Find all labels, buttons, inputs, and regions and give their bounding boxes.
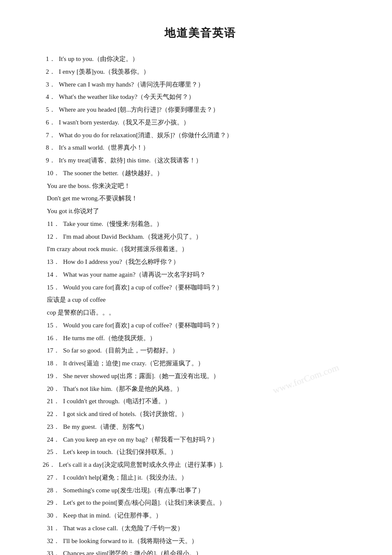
list-item: 23． Be my guest.（请便、别客气） bbox=[43, 421, 358, 433]
list-item: You got it.你说对了 bbox=[47, 205, 358, 217]
list-item: 33． Chances are slim[渺茫的；微小的].（机会很小。） bbox=[43, 548, 358, 555]
item-text: Can you keep an eye on my bag?（帮我看一下包好吗？… bbox=[63, 434, 218, 446]
list-item: 24． Can you keep an eye on my bag?（帮我看一下… bbox=[43, 434, 358, 446]
list-item: I'm crazy about rock music.（我对摇滚乐很着迷。） bbox=[47, 243, 358, 255]
item-text: Would you care for[喜欢] a cup of coffee?（… bbox=[63, 320, 223, 332]
item-number: 7． bbox=[43, 130, 59, 142]
item-number: 31． bbox=[43, 523, 63, 535]
item-number: 16． bbox=[43, 332, 63, 344]
list-item: 5． Where are you headed [朝...方向行进]?（你要到哪… bbox=[43, 104, 358, 116]
item-text: Be my guest.（请便、别客气） bbox=[63, 421, 148, 433]
item-number: 11． bbox=[43, 218, 63, 230]
item-number: 24． bbox=[43, 434, 63, 446]
item-text: The sooner the better.（越快越好。） bbox=[63, 168, 163, 179]
item-number: 26． bbox=[38, 459, 59, 471]
item-number: 25． bbox=[43, 446, 63, 458]
item-text: She never showed up[出席；露面].（她一直没有出现。） bbox=[63, 370, 219, 382]
item-text: It's my treat[请客、款待] this time.（这次我请客！） bbox=[59, 155, 202, 167]
list-item: 12． I'm mad about David Beckham.（我迷死小贝了。… bbox=[43, 231, 358, 243]
item-text: That's not like him.（那不象是他的风格。） bbox=[63, 383, 183, 395]
item-number: 21． bbox=[43, 396, 63, 408]
item-number: 33． bbox=[43, 548, 63, 555]
list-item: 29． Let's get to the point[要点/核心问题].（让我们… bbox=[43, 497, 358, 509]
item-text: Where can I wash my hands?（请问洗手间在哪里？） bbox=[59, 79, 204, 91]
list-item: 7． What do you do for relaxation[消遣、娱乐]?… bbox=[43, 130, 358, 142]
list-item: 13． How do I address you?（我怎么称呼你？） bbox=[43, 256, 358, 268]
list-item: 22． I got sick and tired of hotels.（我讨厌旅… bbox=[43, 408, 358, 420]
list-item: 4． What's the weather like today?（今天天气如何… bbox=[43, 91, 358, 103]
item-number: 2． bbox=[43, 66, 59, 78]
item-number: 9． bbox=[43, 155, 59, 167]
item-number: 15． bbox=[43, 320, 63, 332]
item-number: 28． bbox=[43, 485, 63, 497]
item-number: 3． bbox=[43, 79, 59, 91]
list-item: 18． It drives[逼迫；迫使] me crazy.（它把握逼疯了。） bbox=[43, 358, 358, 370]
list-item: 15． Would you care for[喜欢] a cup of coff… bbox=[43, 320, 358, 332]
list-item: 1． It's up to you.（由你决定。） bbox=[43, 53, 358, 65]
item-text: Take your time.（慢慢来/别着急。） bbox=[63, 218, 163, 230]
item-number: 18． bbox=[43, 358, 63, 370]
list-item: 17． So far so good.（目前为止，一切都好。） bbox=[43, 345, 358, 357]
item-number: 19． bbox=[43, 370, 63, 382]
item-number: 1． bbox=[43, 53, 59, 65]
item-number: 6． bbox=[43, 117, 59, 129]
item-number: 8． bbox=[43, 142, 59, 154]
content-area: 1． It's up to you.（由你决定。） 2． I envy [羡慕]… bbox=[43, 53, 358, 555]
item-number: 10． bbox=[43, 168, 63, 179]
list-item: 15． Would you care for[喜欢] a cup of coff… bbox=[43, 282, 358, 294]
item-number: 23． bbox=[43, 421, 63, 433]
item-text: Something's come up[发生/出现].（有点事/出事了） bbox=[63, 485, 204, 497]
item-number: 27． bbox=[43, 472, 63, 484]
list-item: 14． What was your name again?（请再说一次名字好吗？ bbox=[43, 269, 358, 281]
item-number: 12． bbox=[43, 231, 63, 243]
list-item: 2． I envy [羡慕]you.（我羡慕你。） bbox=[43, 66, 358, 78]
item-number: 32． bbox=[43, 535, 63, 547]
list-item: Don't get me wrong.不要误解我！ bbox=[47, 193, 358, 205]
item-text: I'm mad about David Beckham.（我迷死小贝了。） bbox=[63, 231, 202, 243]
item-number: 30． bbox=[43, 510, 63, 522]
item-number: 14． bbox=[43, 269, 63, 281]
list-item: You are the boss. 你来决定吧！ bbox=[47, 180, 358, 192]
item-number: 13． bbox=[43, 256, 63, 268]
item-number: 5． bbox=[43, 104, 59, 116]
list-item: cop 是警察的口语。。。 bbox=[47, 307, 358, 319]
list-item: 26． Let's call it a day[决定或同意暂时或永久停止（进行某… bbox=[38, 459, 358, 471]
item-text: I wasn't born yesterday.（我又不是三岁小孩。） bbox=[59, 117, 190, 129]
list-item: 9． It's my treat[请客、款待] this time.（这次我请客… bbox=[43, 155, 358, 167]
item-text: It's up to you.（由你决定。） bbox=[59, 53, 138, 65]
item-text: He turns me off.（他使我厌烦。） bbox=[63, 332, 156, 344]
item-text: Chances are slim[渺茫的；微小的].（机会很小。） bbox=[63, 548, 202, 555]
item-text: It's a small world.（世界真小！） bbox=[59, 142, 149, 154]
list-item: 21． I couldn't get through.（电话打不通。） bbox=[43, 396, 358, 408]
item-text: That was a close call.（太危险了/千钧一发） bbox=[63, 523, 184, 535]
item-text: How do I address you?（我怎么称呼你？） bbox=[63, 256, 179, 268]
page-title: 地道美音英语 bbox=[43, 26, 358, 40]
item-text: Let's call it a day[决定或同意暂时或永久停止（进行某事）]. bbox=[59, 459, 223, 471]
list-item: 3． Where can I wash my hands?（请问洗手间在哪里？） bbox=[43, 79, 358, 91]
item-text: I couldn't help[避免；阻止] it.（我没办法。） bbox=[63, 472, 187, 484]
list-item: 28． Something's come up[发生/出现].（有点事/出事了） bbox=[43, 485, 358, 497]
list-item: 6． I wasn't born yesterday.（我又不是三岁小孩。） bbox=[43, 117, 358, 129]
item-text: What do you do for relaxation[消遣、娱乐]?（你做… bbox=[59, 130, 233, 142]
list-item: 19． She never showed up[出席；露面].（她一直没有出现。… bbox=[43, 370, 358, 382]
item-text: I envy [羡慕]you.（我羡慕你。） bbox=[59, 66, 150, 78]
item-text: What's the weather like today?（今天天气如何？） bbox=[59, 91, 195, 103]
list-item: 27． I couldn't help[避免；阻止] it.（我没办法。） bbox=[43, 472, 358, 484]
item-text: Where are you headed [朝...方向行进]?（你要到哪里去？… bbox=[59, 104, 219, 116]
list-item: 11． Take your time.（慢慢来/别着急。） bbox=[43, 218, 358, 230]
item-number: 20． bbox=[43, 383, 63, 395]
list-item: 25． Let's keep in touch.（让我们保持联系。） bbox=[43, 446, 358, 458]
item-text: Let's keep in touch.（让我们保持联系。） bbox=[63, 446, 177, 458]
list-item: 应该是 a cup of coffee bbox=[47, 294, 358, 306]
item-number: 22． bbox=[43, 408, 63, 420]
item-number: 17． bbox=[43, 345, 63, 357]
item-text: Keep that in mind.（记住那件事。） bbox=[63, 510, 162, 522]
list-item: 20． That's not like him.（那不象是他的风格。） bbox=[43, 383, 358, 395]
item-text: Would you care for[喜欢] a cup of coffee?（… bbox=[63, 282, 223, 294]
list-item: 16． He turns me off.（他使我厌烦。） bbox=[43, 332, 358, 344]
item-text: It drives[逼迫；迫使] me crazy.（它把握逼疯了。） bbox=[63, 358, 204, 370]
item-text: What was your name again?（请再说一次名字好吗？ bbox=[63, 269, 206, 281]
item-number: 4． bbox=[43, 91, 59, 103]
list-item: 30． Keep that in mind.（记住那件事。） bbox=[43, 510, 358, 522]
item-text: Let's get to the point[要点/核心问题].（让我们来谈要点… bbox=[63, 497, 225, 509]
